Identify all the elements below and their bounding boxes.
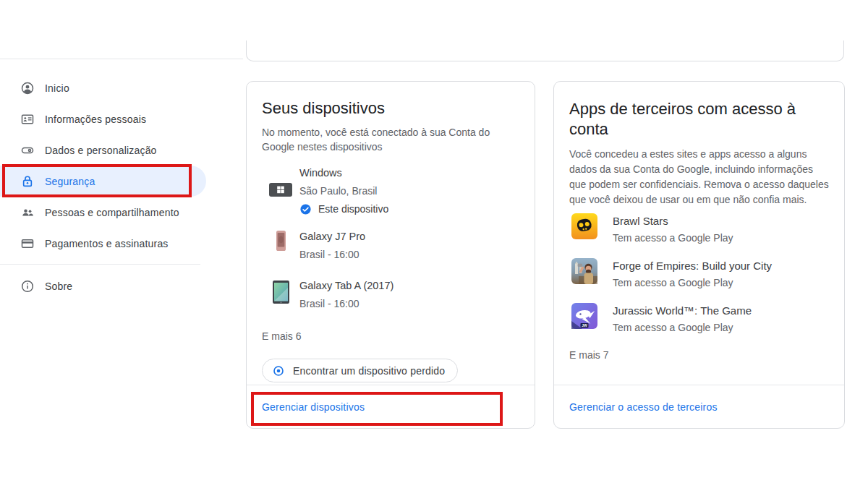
device-row-windows: Windows São Paulo, Brasil Este dispositi… xyxy=(262,166,520,216)
windows-device-icon xyxy=(262,166,299,216)
app-access: Tem acesso a Google Play xyxy=(613,320,752,335)
sidebar-item-label: Informações pessoais xyxy=(45,114,146,125)
this-device-label: Este dispositivo xyxy=(318,203,388,215)
phone-device-icon xyxy=(262,229,299,265)
sidebar-item-data-personalization[interactable]: Dados e personalização xyxy=(0,134,221,166)
apps-card-body: Você concedeu a estes sites e apps acess… xyxy=(569,147,830,207)
sidebar-item-personal-info[interactable]: Informações pessoais xyxy=(0,103,221,134)
jurassic-world-app-icon: JW xyxy=(569,303,613,335)
sidebar-item-home[interactable]: Inicio xyxy=(0,72,221,103)
devices-card-footer: Gerenciar dispositivos xyxy=(247,385,535,428)
lock-icon xyxy=(20,174,35,189)
app-name: Brawl Stars xyxy=(613,213,733,229)
device-location: Brasil - 16:00 xyxy=(299,296,393,311)
apps-more-count: E mais 7 xyxy=(569,348,830,362)
sidebar-item-label: Sobre xyxy=(45,281,72,292)
find-lost-device-button[interactable]: Encontrar um dispositivo perdido xyxy=(262,359,458,382)
device-row-tablet: Galaxy Tab A (2017) Brasil - 16:00 xyxy=(262,278,520,314)
sidebar-item-label: Segurança xyxy=(45,176,95,187)
devices-card: Seus dispositivos No momento, você está … xyxy=(246,81,535,429)
find-lost-device-label: Encontrar um dispositivo perdido xyxy=(293,365,445,377)
forge-of-empires-app-icon xyxy=(569,258,613,290)
manage-third-party-access-link[interactable]: Gerenciar o acesso de terceiros xyxy=(569,401,718,413)
this-device-row: Este dispositivo xyxy=(299,202,388,216)
devices-card-title: Seus dispositivos xyxy=(262,99,520,118)
contact-card-icon xyxy=(20,112,35,127)
apps-card-content: Apps de terceiros com acesso à conta Voc… xyxy=(554,82,844,385)
find-device-icon xyxy=(272,364,285,377)
sidebar-item-label: Dados e personalização xyxy=(45,145,157,156)
tablet-device-icon xyxy=(262,278,299,314)
device-location: São Paulo, Brasil xyxy=(299,184,388,198)
top-card-cutoff xyxy=(246,40,844,61)
app-row-jurassic-world: JW Jurassic World™: The Game Tem acesso … xyxy=(569,303,830,335)
apps-list: Brawl Stars Tem acesso a Google Play xyxy=(569,213,830,335)
header-divider xyxy=(0,59,243,59)
device-name: Galaxy Tab A (2017) xyxy=(299,278,393,293)
apps-card-title: Apps de terceiros com acesso à conta xyxy=(569,99,830,140)
app-row-brawl-stars: Brawl Stars Tem acesso a Google Play xyxy=(569,213,830,245)
app-access: Tem acesso a Google Play xyxy=(613,231,733,245)
sidebar-item-about[interactable]: Sobre xyxy=(0,270,221,301)
third-party-apps-card: Apps de terceiros com acesso à conta Voc… xyxy=(553,81,845,429)
info-icon xyxy=(20,279,35,294)
sidebar-item-payments[interactable]: Pagamentos e assinaturas xyxy=(0,228,221,259)
sidebar-item-security[interactable]: Segurança xyxy=(0,166,206,197)
app-access: Tem acesso a Google Play xyxy=(613,275,772,290)
manage-devices-link[interactable]: Gerenciar dispositivos xyxy=(262,401,365,413)
device-location: Brasil - 16:00 xyxy=(299,247,365,262)
people-icon xyxy=(20,205,35,220)
svg-text:JW: JW xyxy=(582,323,587,328)
devices-card-subtitle: No momento, você está conectado à sua Co… xyxy=(262,125,520,154)
sidebar-divider xyxy=(0,264,200,265)
sidebar-item-label: Inicio xyxy=(45,82,69,94)
app-row-forge-of-empires: Forge of Empires: Build your City Tem ac… xyxy=(569,258,830,290)
sidebar-item-label: Pessoas e compartilhamento xyxy=(45,207,179,218)
device-name: Windows xyxy=(299,166,388,180)
devices-card-content: Seus dispositivos No momento, você está … xyxy=(247,82,535,385)
credit-card-icon xyxy=(20,236,35,251)
toggle-icon xyxy=(20,143,35,158)
devices-more-count: E mais 6 xyxy=(262,329,520,343)
device-list: Windows São Paulo, Brasil Este dispositi… xyxy=(262,166,520,314)
app-name: Jurassic World™: The Game xyxy=(613,303,752,319)
device-name: Galaxy J7 Pro xyxy=(299,229,365,244)
check-circle-icon xyxy=(299,203,312,215)
device-row-phone: Galaxy J7 Pro Brasil - 16:00 xyxy=(262,229,520,265)
sidebar-item-people-sharing[interactable]: Pessoas e compartilhamento xyxy=(0,197,221,228)
apps-card-footer: Gerenciar o acesso de terceiros xyxy=(554,385,844,428)
sidebar-nav: Inicio Informações pessoais xyxy=(0,72,221,301)
google-account-security-page: Inicio Informações pessoais xyxy=(0,0,868,488)
account-circle-icon xyxy=(20,81,35,95)
app-name: Forge of Empires: Build your City xyxy=(613,258,772,274)
sidebar-item-label: Pagamentos e assinaturas xyxy=(45,238,169,249)
brawl-stars-app-icon xyxy=(569,213,613,245)
